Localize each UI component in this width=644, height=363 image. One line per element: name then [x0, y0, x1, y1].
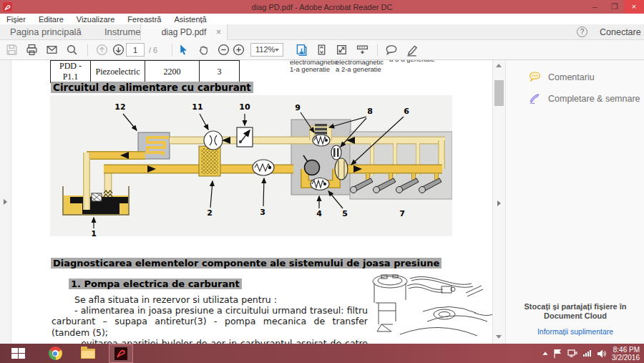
taskbar-clock[interactable]: 8:46 PM 3/2/2016	[612, 346, 640, 362]
menu-file[interactable]: Fișier	[0, 15, 32, 24]
paragraph-bullet-2: - evitarea aparitiei bulelor de aer in c…	[52, 338, 368, 344]
table-row: PDD - P1.1 Piezoelectric 2200 3	[51, 61, 240, 83]
explorer-taskbar-icon[interactable]	[76, 344, 100, 363]
page-count-label: / 6	[149, 46, 157, 54]
tool-comment-label: Comentariu	[548, 72, 595, 82]
fuel-pump-illustration	[360, 270, 493, 343]
diagram-label-8: 8	[367, 107, 373, 116]
search-icon[interactable]	[66, 44, 79, 57]
diagram-label-6: 6	[404, 107, 409, 116]
tab-close-icon[interactable]: ×	[216, 24, 221, 40]
table-cell: 3	[200, 61, 240, 83]
next-page-icon[interactable]	[112, 44, 125, 57]
window-titlebar: diag PD.pdf - Adobe Acrobat Reader DC – …	[0, 0, 644, 14]
menu-window[interactable]: Fereastră	[121, 15, 167, 24]
tool-fill-sign[interactable]: Completare & semnare	[529, 93, 640, 105]
menu-edit[interactable]: Editare	[32, 15, 70, 24]
single-page-icon[interactable]	[316, 44, 328, 57]
comment-tool-icon[interactable]	[385, 44, 398, 57]
print-icon[interactable]	[26, 44, 39, 57]
tab-home[interactable]: Pagina principală	[10, 24, 82, 40]
heading-electric-pump: 1. Pompa electrica de carburant	[69, 279, 242, 289]
taskbar: 8:46 PM 3/2/2016	[0, 344, 644, 363]
body-text: Se afla situata in rezervor si utilizata…	[52, 294, 368, 344]
scroll-down-icon[interactable]	[496, 335, 502, 339]
vertical-scrollbar[interactable]	[492, 60, 505, 344]
system-tray: 8:46 PM 3/2/2016	[542, 344, 644, 363]
hand-tool-icon[interactable]	[197, 44, 210, 57]
toolbar: / 6 112%	[0, 40, 644, 60]
diagram-label-3: 3	[260, 208, 265, 217]
acrobat-taskbar-icon[interactable]	[109, 344, 133, 363]
help-icon[interactable]: ?	[577, 26, 587, 37]
windows-logo-icon	[11, 348, 25, 359]
chrome-taskbar-icon[interactable]	[43, 344, 67, 363]
paragraph-intro: Se afla situata in rezervor si utilizata…	[52, 294, 368, 305]
folder-icon	[81, 349, 95, 359]
injector-table: PDD - P1.1 Piezoelectric 2200 3	[50, 60, 240, 83]
generation-column: a 3-a generatie	[389, 60, 435, 63]
diagram-label-9: 9	[295, 103, 301, 112]
volume-icon[interactable]	[597, 349, 606, 358]
diagram-label-5: 5	[342, 209, 348, 218]
tab-bar: Pagina principală Instrumente diag PD.pd…	[0, 24, 644, 40]
zoom-in-icon[interactable]	[233, 44, 245, 57]
scroll-up-icon[interactable]	[496, 64, 502, 67]
fuel-circuit-diagram: 1 2 3 4 5 6 7 8 9 10 11 12	[50, 95, 452, 236]
fill-sign-pen-icon	[529, 93, 541, 105]
start-button[interactable]	[6, 344, 30, 363]
heading-diagnosis: Diagnosticarea elementelor componente al…	[51, 258, 441, 268]
diagram-label-1: 1	[91, 229, 97, 236]
power-network-icon[interactable]	[567, 349, 577, 358]
gen-col-line: a 3-a generatie	[389, 60, 435, 63]
menu-view[interactable]: Vizualizare	[70, 15, 122, 24]
main-area: PDD - P1.1 Piezoelectric 2200 3 electrom…	[0, 60, 644, 344]
save-icon[interactable]	[6, 44, 19, 57]
table-cell: Piezoelectric	[91, 61, 145, 83]
minimize-button[interactable]: –	[585, 0, 604, 14]
clock-time: 8:46 PM	[612, 346, 640, 354]
tab-document-label: diag PD.pdf	[162, 27, 207, 37]
zoom-out-icon[interactable]	[218, 44, 230, 57]
scrollbar-thumb[interactable]	[494, 80, 504, 106]
email-icon[interactable]	[46, 44, 59, 57]
more-info-link[interactable]: Informații suplimentare	[514, 327, 636, 336]
highlight-tool-icon[interactable]	[406, 44, 419, 57]
table-cell: PDD - P1.1	[51, 61, 91, 83]
generation-column: electromagnetic a 2-a generatie	[336, 60, 384, 73]
table-cell: 2200	[145, 61, 200, 83]
fit-width-icon[interactable]	[336, 44, 348, 57]
chrome-icon	[49, 347, 62, 360]
paragraph-bullet-1: - alimentarea in joasa presiune a circui…	[52, 305, 368, 338]
zoom-caret-icon	[275, 49, 279, 52]
previous-page-icon[interactable]	[96, 44, 109, 57]
panel-toggle-icon[interactable]	[497, 200, 501, 206]
page-display-menu-icon[interactable]	[356, 44, 369, 57]
diagram-label-7: 7	[399, 209, 405, 218]
diagram-label-11: 11	[192, 102, 203, 112]
tool-comment[interactable]: Comentariu	[529, 72, 595, 82]
tray-expand-icon[interactable]	[542, 352, 547, 355]
generation-column: electromagnetic 1-a generatie	[290, 60, 338, 73]
gen-col-line: a 2-a generatie	[336, 66, 384, 73]
comment-bubble-icon	[529, 72, 541, 82]
diagram-label-10: 10	[239, 102, 250, 112]
zoom-level-select[interactable]: 112%	[250, 43, 283, 57]
tools-panel: Comentariu Completare & semnare Stocați …	[505, 60, 644, 344]
sign-in-link[interactable]: Conectare	[600, 24, 641, 40]
scrolling-mode-icon[interactable]	[295, 44, 308, 57]
tool-fill-sign-label: Completare & semnare	[548, 94, 640, 104]
document-cloud-promo: Stocați și partajați fișiere în Document…	[514, 302, 636, 336]
promo-title: Stocați și partajați fișiere în Document…	[514, 302, 636, 321]
page-number-input[interactable]	[126, 43, 145, 57]
tab-document[interactable]: diag PD.pdf ×	[140, 24, 228, 40]
close-button[interactable]: ×	[624, 0, 644, 14]
nav-pane-toggle-icon[interactable]	[4, 199, 7, 205]
select-tool-icon[interactable]	[177, 44, 190, 57]
network-signal-icon[interactable]	[583, 350, 591, 357]
restore-button[interactable]: ❐	[605, 0, 624, 14]
menu-help[interactable]: Asistență	[167, 15, 213, 24]
gen-col-line: 1-a generatie	[290, 66, 338, 73]
navigation-pane-strip	[0, 60, 11, 344]
action-center-flag-icon[interactable]	[554, 349, 562, 358]
